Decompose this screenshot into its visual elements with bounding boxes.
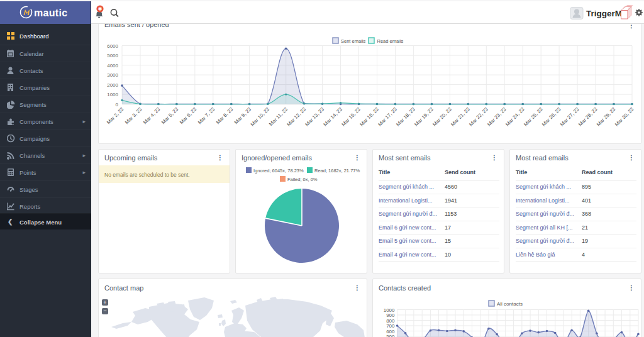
svg-text:500: 500 (386, 334, 395, 337)
svg-text:Mar 29, 23: Mar 29, 23 (596, 106, 617, 128)
svg-text:Mar 14, 23: Mar 14, 23 (323, 106, 344, 128)
svg-text:Mar 20, 23: Mar 20, 23 (431, 106, 453, 128)
svg-text:Mar 25, 23: Mar 25, 23 (523, 106, 544, 128)
svg-text:Mar 3, 23: Mar 3, 23 (124, 106, 143, 126)
svg-text:Mar 23, 23: Mar 23, 23 (486, 106, 508, 128)
svg-text:TriggerM: TriggerM (586, 9, 622, 18)
svg-text:Mar 2, 23: Mar 2, 23 (106, 106, 125, 126)
svg-text:2000: 2000 (107, 82, 118, 88)
svg-text:0: 0 (116, 102, 119, 108)
svg-text:Mar 4, 23: Mar 4, 23 (142, 106, 162, 126)
svg-text:✱: ✱ (98, 6, 103, 12)
svg-text:Mar 16, 23: Mar 16, 23 (359, 106, 380, 128)
svg-text:mautic: mautic (34, 8, 67, 18)
svg-text:Mar 28, 23: Mar 28, 23 (577, 106, 599, 128)
svg-text:5000: 5000 (107, 53, 118, 58)
svg-text:Mar 24, 23: Mar 24, 23 (504, 106, 526, 128)
svg-text:Mar 5, 23: Mar 5, 23 (160, 106, 180, 126)
svg-text:3000: 3000 (107, 72, 118, 78)
svg-text:Mar 10, 23: Mar 10, 23 (250, 106, 271, 128)
svg-text:4000: 4000 (107, 63, 118, 69)
svg-text:Mar 19, 23: Mar 19, 23 (413, 106, 435, 128)
svg-text:Mar 6, 23: Mar 6, 23 (179, 106, 198, 126)
svg-text:Mar 8, 23: Mar 8, 23 (215, 106, 235, 126)
svg-text:Mar 21, 23: Mar 21, 23 (450, 106, 471, 128)
svg-text:Mar 27, 23: Mar 27, 23 (559, 106, 580, 128)
svg-text:All contacts: All contacts (497, 301, 523, 307)
svg-text:Mar 7, 23: Mar 7, 23 (197, 106, 216, 126)
svg-text:Mar 17, 23: Mar 17, 23 (377, 106, 399, 128)
svg-text:Mar 12, 23: Mar 12, 23 (286, 106, 308, 128)
svg-text:Mar 26, 23: Mar 26, 23 (541, 106, 562, 128)
svg-text:Sent emails: Sent emails (341, 38, 365, 44)
svg-text:Failed; 0x, 0%: Failed; 0x, 0% (287, 177, 318, 182)
svg-text:Mar 30, 23: Mar 30, 23 (614, 106, 635, 128)
svg-text:6000: 6000 (107, 43, 118, 49)
svg-text:Ignored; 6045x, 78.23%: Ignored; 6045x, 78.23% (253, 168, 304, 174)
svg-text:Read; 1682x, 21.77%: Read; 1682x, 21.77% (314, 168, 360, 174)
svg-text:Mar 15, 23: Mar 15, 23 (341, 106, 362, 128)
svg-text:Mar 13, 23: Mar 13, 23 (304, 106, 326, 128)
svg-text:1000: 1000 (107, 92, 118, 97)
svg-text:Mar 18, 23: Mar 18, 23 (395, 106, 416, 128)
svg-text:Read emails: Read emails (377, 38, 404, 44)
svg-text:Mar 22, 23: Mar 22, 23 (468, 106, 489, 128)
